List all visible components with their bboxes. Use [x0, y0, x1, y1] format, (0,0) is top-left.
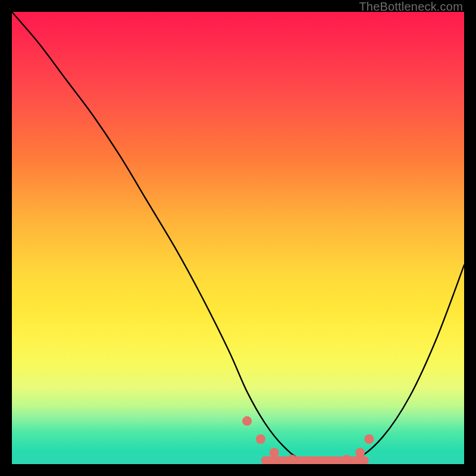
plot-area	[12, 12, 464, 464]
bottleneck-curve	[12, 12, 464, 464]
highlight-dot	[342, 455, 351, 464]
chart-stage: TheBottleneck.com	[0, 0, 476, 476]
highlight-dot	[287, 455, 297, 464]
highlight-dot	[364, 434, 374, 444]
highlight-dot	[355, 448, 365, 458]
curve-svg	[12, 12, 464, 464]
highlight-dot	[270, 448, 279, 458]
highlight-dot	[242, 416, 252, 426]
highlight-dot	[256, 434, 265, 444]
